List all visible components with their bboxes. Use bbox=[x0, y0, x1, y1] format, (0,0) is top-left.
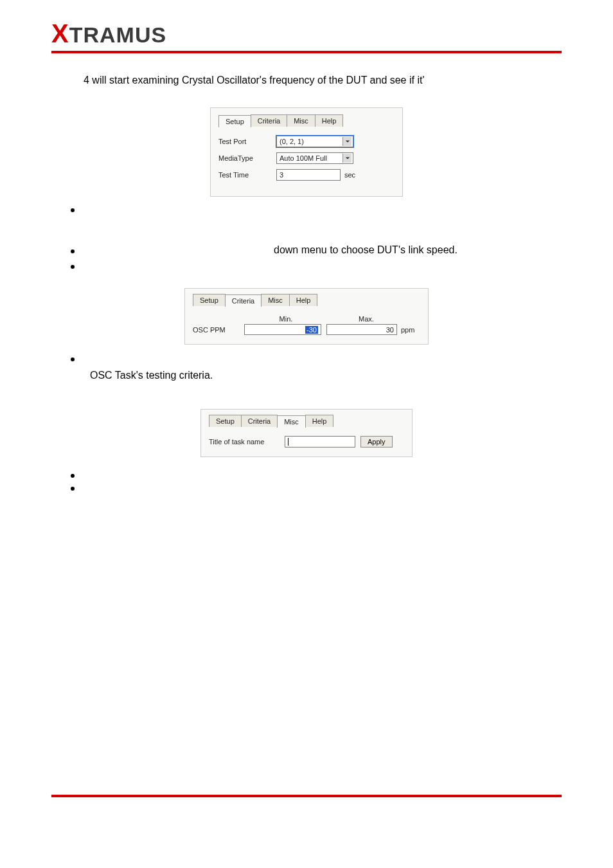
osc-ppm-unit: ppm bbox=[401, 326, 414, 334]
media-type-value: Auto 100M Full bbox=[280, 154, 327, 162]
brand-logo: XTRAMUS bbox=[51, 19, 562, 48]
tab-help[interactable]: Help bbox=[305, 415, 334, 427]
test-time-unit: sec bbox=[344, 171, 355, 179]
osc-ppm-min-value: -30 bbox=[305, 326, 318, 334]
test-port-value: (0, 2, 1) bbox=[280, 138, 304, 145]
tab-help[interactable]: Help bbox=[315, 114, 344, 127]
tab-misc[interactable]: Misc bbox=[277, 415, 306, 428]
test-time-value: 3 bbox=[280, 171, 283, 179]
bullet-icon bbox=[71, 208, 75, 212]
logo-rest: TRAMUS bbox=[69, 23, 166, 48]
media-type-label: MediaType bbox=[218, 154, 276, 162]
test-port-select[interactable]: (0, 2, 1) bbox=[276, 136, 353, 147]
bullet-icon bbox=[71, 265, 75, 269]
tab-misc[interactable]: Misc bbox=[261, 294, 290, 306]
intro-paragraph: 4 will start examining Crystal Oscillato… bbox=[84, 73, 562, 88]
bullet-item bbox=[71, 352, 562, 361]
setup-tabs: Setup Criteria Misc Help bbox=[218, 114, 395, 127]
tab-setup[interactable]: Setup bbox=[193, 294, 226, 306]
logo-x: X bbox=[51, 19, 69, 48]
bullet-icon bbox=[71, 357, 75, 361]
max-header: Max. bbox=[328, 315, 405, 323]
test-time-input[interactable]: 3 bbox=[276, 169, 341, 181]
tab-setup[interactable]: Setup bbox=[209, 415, 242, 427]
test-time-label: Test Time bbox=[218, 171, 276, 179]
chevron-down-icon bbox=[342, 137, 351, 146]
test-port-label: Test Port bbox=[218, 138, 276, 145]
footer-divider bbox=[51, 795, 562, 797]
osc-ppm-max-value: 30 bbox=[386, 326, 394, 334]
tab-criteria[interactable]: Criteria bbox=[225, 294, 262, 307]
bullet-item bbox=[71, 260, 562, 269]
tab-criteria[interactable]: Criteria bbox=[251, 114, 287, 127]
tab-criteria[interactable]: Criteria bbox=[241, 415, 278, 427]
misc-screenshot: Setup Criteria Misc Help Title of task n… bbox=[200, 409, 413, 457]
chevron-down-icon bbox=[342, 154, 351, 163]
misc-tabs: Setup Criteria Misc Help bbox=[209, 415, 404, 427]
media-type-select[interactable]: Auto 100M Full bbox=[276, 152, 353, 164]
setup-screenshot: Setup Criteria Misc Help Test Port (0, 2… bbox=[210, 107, 403, 197]
criteria-screenshot: Setup Criteria Misc Help Min. Max. OSC P… bbox=[184, 288, 429, 345]
tab-setup[interactable]: Setup bbox=[218, 115, 251, 127]
tab-misc[interactable]: Misc bbox=[287, 114, 315, 127]
osc-ppm-max-input[interactable]: 30 bbox=[326, 324, 397, 335]
task-title-label: Title of task name bbox=[209, 438, 280, 446]
bullet-icon bbox=[71, 487, 75, 491]
osc-ppm-min-input[interactable]: -30 bbox=[244, 324, 321, 335]
bullet-icon bbox=[71, 249, 75, 253]
bullet-text: down menu to choose DUT's link speed. bbox=[87, 244, 562, 256]
task-title-input[interactable] bbox=[285, 436, 355, 448]
bullet-item bbox=[71, 203, 562, 212]
bullet-item bbox=[71, 482, 562, 491]
criteria-tabs: Setup Criteria Misc Help bbox=[193, 294, 420, 306]
bullet-item bbox=[71, 469, 562, 478]
header-divider bbox=[51, 51, 562, 53]
criteria-paragraph: OSC Task's testing criteria. bbox=[90, 368, 562, 383]
tab-help[interactable]: Help bbox=[289, 294, 318, 306]
bullet-item: down menu to choose DUT's link speed. bbox=[71, 244, 562, 256]
min-header: Min. bbox=[244, 315, 328, 323]
bullet-icon bbox=[71, 474, 75, 478]
osc-ppm-label: OSC PPM bbox=[193, 326, 244, 334]
apply-button[interactable]: Apply bbox=[360, 436, 393, 448]
